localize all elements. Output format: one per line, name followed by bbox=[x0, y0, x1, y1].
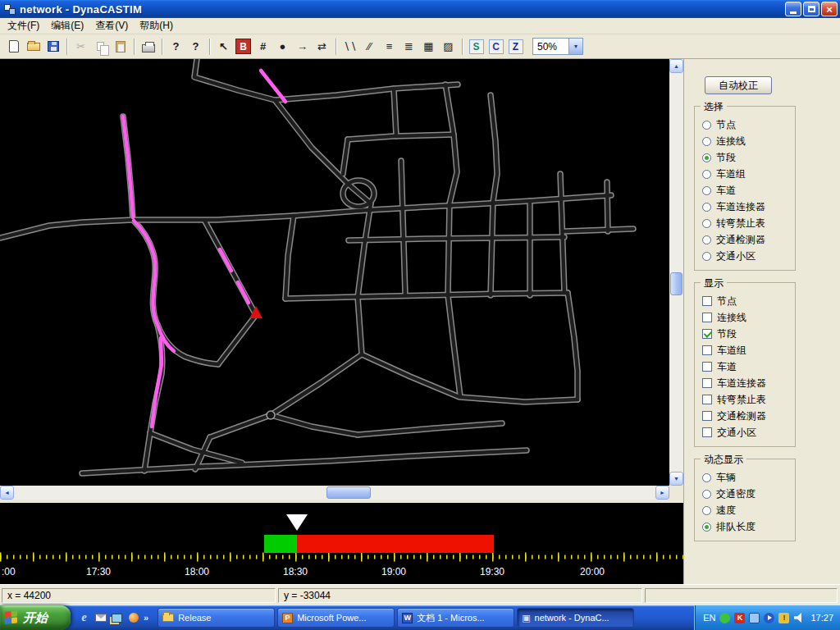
clock[interactable]: 17:27 bbox=[810, 613, 833, 623]
display-option-turn-prohibition[interactable]: 转弯禁止表 bbox=[702, 391, 792, 408]
task-dynacastim[interactable]: ▣ network - DynaC... bbox=[517, 608, 634, 628]
select-option-lane-connector[interactable]: 车道连接器 bbox=[702, 199, 792, 215]
powerpoint-icon: P bbox=[282, 613, 293, 623]
display-option-link[interactable]: 连接线 bbox=[702, 309, 792, 326]
select-groupbox: 选择 节点 连接线 节段 车道组 车道 车道连接器 转弯禁止表 交通检测器 交通… bbox=[694, 106, 796, 271]
close-button[interactable]: × bbox=[821, 2, 838, 16]
timeline-label: 17:30 bbox=[86, 566, 111, 578]
segment-brush-button[interactable]: B bbox=[234, 37, 253, 56]
menu-edit[interactable]: 编辑(E) bbox=[45, 17, 89, 34]
scroll-left-button[interactable]: ◄ bbox=[0, 486, 14, 500]
task-label: 文档 1 - Micros... bbox=[417, 612, 485, 624]
detector-remove-button[interactable]: ▨ bbox=[439, 37, 458, 56]
select-option-turn-prohibition[interactable]: 转弯禁止表 bbox=[702, 215, 792, 231]
menu-view[interactable]: 查看(V) bbox=[89, 17, 134, 34]
scroll-up-button[interactable]: ▲ bbox=[669, 59, 683, 73]
context-help-button[interactable]: ? bbox=[186, 37, 205, 56]
display-option-zone[interactable]: 交通小区 bbox=[702, 424, 792, 441]
select-option-segment[interactable]: 节段 bbox=[702, 149, 792, 166]
vertical-scrollbar[interactable]: ▲ ▼ bbox=[669, 59, 683, 486]
minimize-button[interactable] bbox=[785, 2, 801, 16]
new-button[interactable] bbox=[4, 37, 23, 56]
copy-button[interactable] bbox=[91, 37, 110, 56]
display-option-lane[interactable]: 车道 bbox=[702, 358, 792, 375]
s-mode-icon: S bbox=[469, 39, 484, 54]
checkbox-icon bbox=[702, 378, 712, 388]
internet-explorer-icon[interactable]: e bbox=[78, 612, 90, 624]
language-indicator[interactable]: EN bbox=[703, 613, 715, 623]
email-icon[interactable] bbox=[94, 612, 107, 624]
pointer-tool-button[interactable]: ↖ bbox=[214, 37, 233, 56]
menu-help[interactable]: 帮助(H) bbox=[134, 17, 179, 34]
horizontal-scroll-thumb[interactable] bbox=[326, 486, 371, 499]
checkbox-icon bbox=[702, 411, 712, 421]
dynamic-option-queue-length[interactable]: 排队长度 bbox=[702, 518, 792, 535]
save-button[interactable] bbox=[43, 37, 62, 56]
scroll-right-button[interactable]: ► bbox=[655, 486, 669, 500]
detector-add-button[interactable]: ▦ bbox=[419, 37, 438, 56]
toolbar-separator bbox=[66, 39, 67, 55]
network-status-icon[interactable] bbox=[749, 613, 760, 623]
dynamic-option-speed[interactable]: 速度 bbox=[702, 502, 792, 518]
option-label: 节段 bbox=[717, 327, 737, 341]
media-player-icon[interactable] bbox=[127, 612, 139, 624]
task-powerpoint[interactable]: P Microsoft Powe... bbox=[277, 608, 395, 628]
map-canvas[interactable] bbox=[0, 59, 669, 486]
timeline-position-marker[interactable] bbox=[286, 514, 308, 531]
auto-correct-button[interactable]: 自动校正 bbox=[705, 76, 772, 94]
arrow-down-icon: ▼ bbox=[673, 476, 679, 482]
zoom-dropdown-button[interactable]: ▼ bbox=[568, 39, 582, 54]
volume-icon[interactable] bbox=[794, 613, 804, 623]
network-app-icon: ▣ bbox=[522, 613, 530, 623]
open-button[interactable] bbox=[24, 37, 43, 56]
start-button[interactable]: 开始 bbox=[0, 605, 71, 630]
display-option-node[interactable]: 节点 bbox=[702, 293, 792, 309]
s-mode-button[interactable]: S bbox=[467, 37, 486, 56]
display-option-lane-group[interactable]: 车道组 bbox=[702, 342, 792, 358]
task-release[interactable]: Release bbox=[158, 608, 275, 628]
c-mode-button[interactable]: C bbox=[486, 37, 505, 56]
display-option-detector[interactable]: 交通检测器 bbox=[702, 408, 792, 424]
node-tool-button[interactable]: ● bbox=[273, 37, 292, 56]
grid-tool-button[interactable]: # bbox=[253, 37, 272, 56]
select-option-lane-group[interactable]: 车道组 bbox=[702, 166, 792, 182]
select-option-lane[interactable]: 车道 bbox=[702, 182, 792, 199]
connector-fwd-button[interactable]: ∕∕ bbox=[360, 37, 379, 56]
alert-icon[interactable]: ! bbox=[778, 613, 789, 623]
help-button[interactable]: ? bbox=[167, 37, 185, 56]
timeline-label: 19:30 bbox=[480, 566, 504, 578]
select-option-node[interactable]: 节点 bbox=[702, 116, 792, 133]
horizontal-scrollbar[interactable]: ◄ ► bbox=[0, 486, 669, 500]
scroll-down-button[interactable]: ▼ bbox=[669, 472, 683, 486]
control-panel: 自动校正 选择 节点 连接线 节段 车道组 车道 车道连接器 转弯禁止表 交通检… bbox=[683, 59, 840, 584]
select-option-zone[interactable]: 交通小区 bbox=[702, 248, 792, 264]
select-option-link[interactable]: 连接线 bbox=[702, 133, 792, 149]
zoom-combobox[interactable]: 50% ▼ bbox=[532, 38, 583, 55]
connector-back-button[interactable]: ∖∖ bbox=[340, 37, 359, 56]
lane-group-tool-button[interactable]: ≣ bbox=[399, 37, 418, 56]
maximize-button[interactable] bbox=[803, 2, 819, 16]
timeline-canvas[interactable]: :00 17:30 18:00 18:30 19:00 19:30 20:00 bbox=[0, 503, 683, 584]
link-tool-button[interactable]: → bbox=[293, 37, 312, 56]
paste-button[interactable] bbox=[111, 37, 130, 56]
show-desktop-icon[interactable] bbox=[111, 612, 123, 624]
antivirus-icon[interactable]: K bbox=[734, 613, 745, 623]
cut-button[interactable]: ✂ bbox=[71, 37, 90, 56]
print-button[interactable] bbox=[139, 37, 158, 56]
dynamic-option-vehicle[interactable]: 车辆 bbox=[702, 469, 792, 486]
quick-launch-overflow-chevron[interactable]: » bbox=[144, 613, 148, 623]
display-option-segment[interactable]: 节段 bbox=[702, 326, 792, 342]
task-word-document[interactable]: W 文档 1 - Micros... bbox=[397, 608, 514, 628]
messenger-icon[interactable] bbox=[719, 613, 730, 623]
lane-tool-button[interactable]: ≡ bbox=[380, 37, 399, 56]
timeline-label: 20:00 bbox=[580, 566, 605, 578]
vertical-scroll-thumb[interactable] bbox=[670, 272, 682, 295]
word-icon: W bbox=[402, 613, 413, 623]
select-option-detector[interactable]: 交通检测器 bbox=[702, 231, 792, 248]
two-way-tool-button[interactable]: ⇄ bbox=[313, 37, 331, 56]
display-option-lane-connector[interactable]: 车道连接器 bbox=[702, 375, 792, 391]
z-mode-button[interactable]: Z bbox=[506, 37, 525, 56]
media-tray-icon[interactable] bbox=[764, 613, 774, 623]
dynamic-option-density[interactable]: 交通密度 bbox=[702, 486, 792, 502]
menu-file[interactable]: 文件(F) bbox=[2, 17, 45, 34]
